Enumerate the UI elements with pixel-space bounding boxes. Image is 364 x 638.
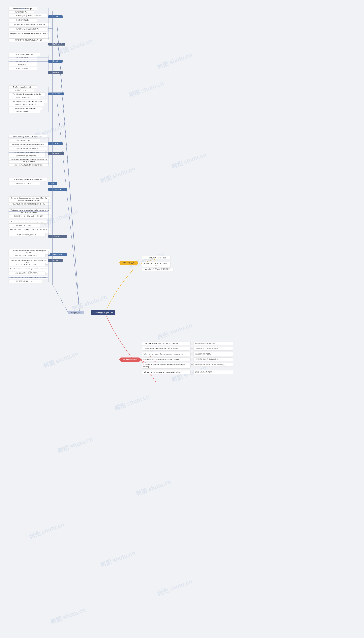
en-all-2: We all escaped unscathed. [8,53,40,56]
siyi-n: n. 逃跑，逃脱工具或方法，野生长，摆脱 [142,262,170,267]
watermark-8: 树图 shutu.cn [170,151,208,170]
cn-miracle: 敌人的枪擦伤了他的头皮,他奇迹般地幸免一死。 [8,202,50,206]
en-fox-3: The fox escaped the hunter. [8,85,37,89]
liju-cn-2: 打开一个通风口，让潮气透出一些。 [194,347,233,350]
en-prisoner-other: The escaped prisoner was cornered at las… [8,178,47,181]
liju-en-2: 2. Leave a vent open to let some moist a… [142,347,190,350]
en-none-1: None of them could escape. [8,7,37,11]
liju-en-4: 4. Any escape, once it's detected, sets … [142,358,190,361]
liju-arrow-1: — [190,342,194,344]
en-bound-1: They bound his legs so that he couldn't … [8,23,50,26]
liju-cn-5: 那位司机设法从车里逃了出来并大声警告别人。 [194,363,233,367]
cn-all-2: 我们全部安然逃脱。 [8,56,37,59]
liju-en-1: 1. No detail was too small to escape her… [142,342,190,345]
cn-few: 没有人成功地从这所监狱逃走。 [8,263,46,266]
cn-blast-4: 他因为没有上班而免遭了那次爆炸中丧生。 [8,163,50,167]
watermark-10: 树图 shutu.cn [156,321,193,341]
siyi-v: v. 逃跑，逃离，逃避，溢漏 [142,256,170,259]
en-blast-4: He escaped being killed in the blast bec… [8,158,50,164]
liju-arrow-3: — [190,352,194,355]
liju-cn-6: 我听说你在桥上险些出事。 [194,370,233,374]
liju-arrow-4: — [190,358,194,360]
yongfa-node: escape的用法 [68,311,84,314]
group-label-4: 用作及物动词 [48,152,64,155]
noun-label: 用作名词(n) [48,235,67,238]
cn-several: 最近在监狱发生了几件越狱事件。 [8,254,46,257]
pattern-4: S+ +v-ing [48,142,62,145]
cn-she-2: 她安然无恙。 [8,63,37,66]
liju-arrow-2: — [190,347,194,349]
liju-arrow-6: — [190,370,194,373]
en-dangerous: It's dangerous to look for an escape of … [8,228,50,233]
cn-police-1: 那人还来不及逃脱警察就给戴上了手铐。 [8,39,50,42]
cn-way-4: 没法避免干这工作。 [8,139,40,142]
en-hard-3: He thinks he will never escape hard work… [8,100,47,103]
vedu-label: v.+eduAttrib. [48,188,67,191]
watermark-15: 树图 shutu.cn [135,478,172,498]
liju-en-3: 3. He could not escape the massed ranks … [142,352,190,356]
liju-section: 1. No detail was too small to escape her… [142,342,233,376]
en-way-4: There is no way to escape doing the work… [8,135,47,138]
liju-item-1: 1. No detail was too small to escape her… [142,342,233,345]
cn-destiny-3: 没人能逃脱他的命运。 [8,110,40,113]
liju-arrow-5: — [190,363,194,366]
watermark-12: 树图 shutu.cn [114,393,150,412]
en-skiers-3: The skiers barely escaped the avalanche. [8,93,46,96]
liju-item-6: 6. I hear you had a very narrow escape o… [142,370,233,374]
en-destiny-3: No man can escape his destiny. [8,107,43,110]
group-label-1: 用法不及物动词 [48,43,66,46]
mindmap-container: 树图 shutu.cn 树图 shutu.cn 树图 shutu.cn 树图 s… [0,0,364,638]
liju-cn-1: 再小的细节都逃不过她的眼睛。 [194,342,233,345]
en-she-2: She escaped unhurt. [8,60,37,63]
pattern-3: S+ +n./pron. [48,93,64,95]
liju-item-3: 3. He could not escape the massed ranks … [142,352,233,356]
en-several: There have been several escapes from thi… [8,249,50,255]
cn-lucky-4: 他侥幸逃过没有被杀死的命运。 [8,154,46,157]
liju-cn-3: 他无法躲开成群的记者。 [194,352,233,356]
cn-music: 他听音乐以缓解一下工作的压力。 [8,271,46,275]
watermark-9: 树图 shutu.cn [71,293,108,313]
watermark-16: 树图 shutu.cn [28,521,65,540]
group-label-2: 用作系动词 [48,71,62,74]
svg-line-11 [57,100,80,313]
cn-none-1: 他们谁也逃不了。 [8,11,34,14]
liju-item-2: 2. Leave a vent open to let some moist a… [142,347,233,350]
cn-dangerous: 用光灯去寻找漏气是危险的。 [8,233,46,236]
svg-line-13 [57,21,80,313]
en-explosion: The explosion was caused by an escape of… [8,220,47,224]
liju-item-5: 5. The driver managed to escape from the… [142,363,233,369]
watermark-5: 树图 shutu.cn [156,51,193,71]
liju-en-5: 5. The driver managed to escape from the… [142,363,190,369]
liju-cn-4: 一旦发现有泄漏，警报就会响起来。 [194,358,233,361]
cn-explosion: 爆炸是由于漏气引起的。 [8,224,40,227]
cn-bound-1: 他们绑住他的腿他就无法逃跑了。 [8,28,47,31]
en-lucky-4: He was lucky to escape being killed. [8,151,46,154]
watermark-1: 树图 shutu.cn [56,37,94,57]
cn-hard-3: 他想他永远逃避不了艰苦的工作。 [8,103,44,106]
watermark-14: 树图 shutu.cn [56,435,94,455]
en-pain: I found no method of escape from pain an… [8,276,48,279]
liju-en-6: 6. I hear you had a very narrow escape o… [142,370,190,374]
watermark-19: 树图 shutu.cn [50,606,86,626]
en-thief-1: The thief escaped by climbing over a fen… [8,14,47,18]
cn-thief-1: 小偷翻过围墙逃走。 [8,19,37,22]
watermark-4: 树图 shutu.cn [99,165,136,185]
cn-skiers-3: 滑雪的人勉强逃过雪崩。 [8,96,40,99]
cn-cold-4: 今年冬天我们很幸运没有患感冒。 [8,147,47,150]
qita-label: 其他 [48,182,57,185]
center-node: escape的用法总结大全 [91,310,115,315]
cn-fox-3: 狐狸躲开了猎人。 [8,89,34,92]
cn-narrow: 那真是千钧一发，我们的车翻了,差点淹死。 [8,215,50,218]
svg-line-52 [52,285,68,313]
from-pron-label: +from/n./pron. [48,253,67,256]
noun-label-2: 用作名词 [48,259,62,262]
watermark-17: 树图 shutu.cn [99,549,136,569]
pattern-1: S+ +(+A) [48,15,62,18]
connection-lines [0,0,364,638]
en-miracle: He had a miraculous escape when a bullet… [8,196,50,202]
cn-she-3: 她逃掉了而未受伤。 [8,67,37,70]
en-narrow: That was a narrow escape all right, when… [8,208,51,214]
cn-pain: 我找不到免除痛苦的方法。 [8,280,43,283]
en-police-1: The police clapped the handcuffs on the … [8,32,50,38]
watermark-2: 树图 shutu.cn [128,79,165,99]
